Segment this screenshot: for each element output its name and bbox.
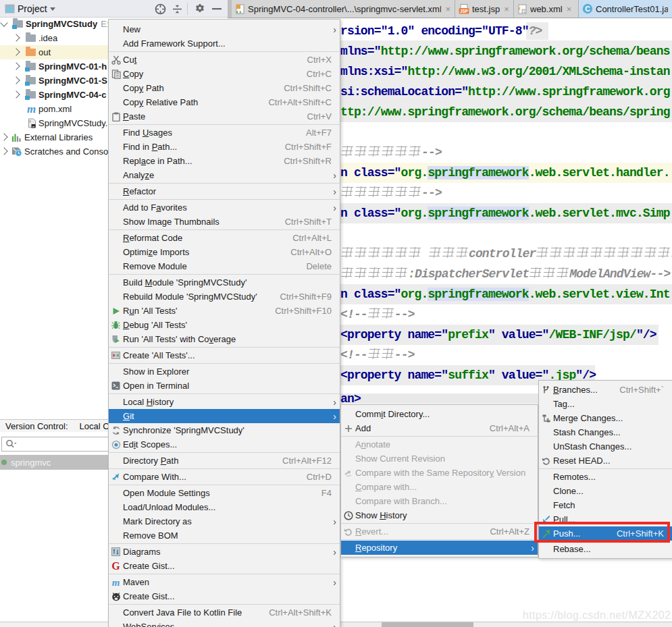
svg-text:C: C <box>585 5 590 13</box>
svg-text:JSP: JSP <box>460 8 469 13</box>
